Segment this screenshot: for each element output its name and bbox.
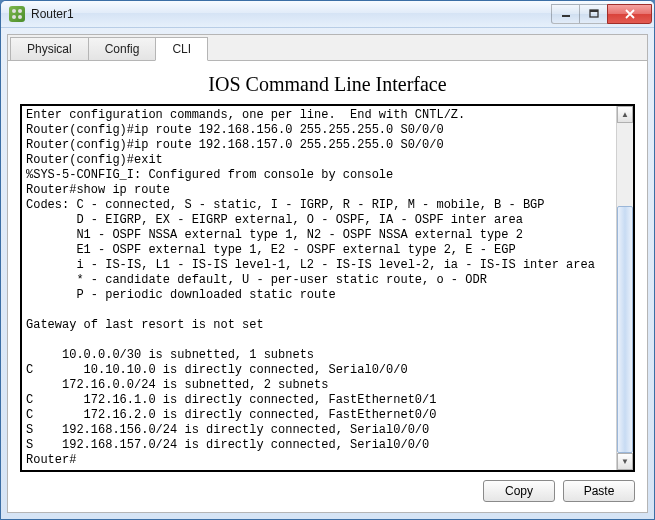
tab-physical[interactable]: Physical [10, 37, 89, 61]
maximize-icon [589, 9, 599, 19]
scroll-thumb[interactable] [617, 206, 633, 454]
minimize-icon [561, 10, 571, 18]
terminal-container: Enter configuration commands, one per li… [20, 104, 635, 472]
maximize-button[interactable] [579, 4, 608, 24]
scroll-down-button[interactable]: ▼ [617, 453, 633, 470]
app-window: Router1 Physical Config CLI IOS Command … [0, 0, 655, 520]
close-icon [624, 9, 636, 19]
cli-terminal[interactable]: Enter configuration commands, one per li… [22, 106, 616, 470]
copy-button[interactable]: Copy [483, 480, 555, 502]
window-controls [552, 4, 652, 24]
svg-rect-0 [562, 15, 570, 17]
scroll-up-button[interactable]: ▲ [617, 106, 633, 123]
tab-content: IOS Command Line Interface Enter configu… [8, 61, 647, 512]
scroll-track[interactable] [617, 123, 633, 453]
scrollbar[interactable]: ▲ ▼ [616, 106, 633, 470]
titlebar[interactable]: Router1 [1, 1, 654, 28]
paste-button[interactable]: Paste [563, 480, 635, 502]
close-button[interactable] [607, 4, 652, 24]
tab-cli[interactable]: CLI [155, 37, 208, 61]
window-title: Router1 [31, 7, 552, 21]
minimize-button[interactable] [551, 4, 580, 24]
svg-rect-2 [590, 10, 598, 12]
tab-config[interactable]: Config [88, 37, 157, 61]
client-area: Physical Config CLI IOS Command Line Int… [7, 34, 648, 513]
app-icon [9, 6, 25, 22]
tab-bar: Physical Config CLI [8, 35, 647, 61]
button-row: Copy Paste [20, 480, 635, 502]
page-title: IOS Command Line Interface [20, 73, 635, 96]
